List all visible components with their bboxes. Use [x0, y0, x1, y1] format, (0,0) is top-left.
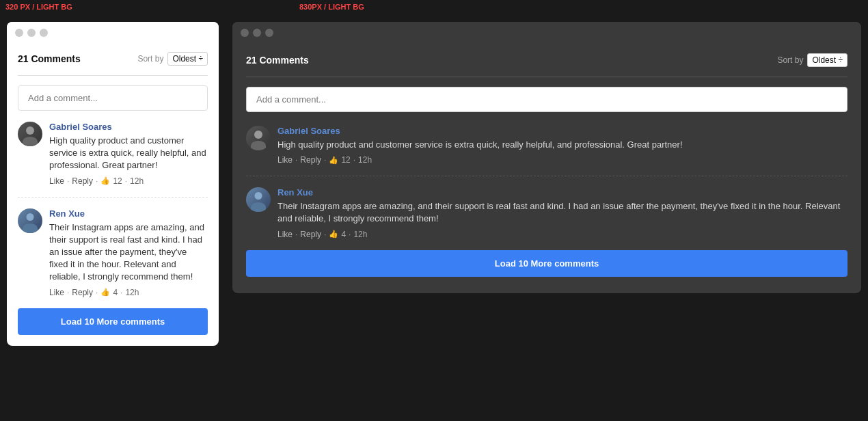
like-icon-gabriel-830: 👍 — [329, 156, 338, 165]
comment-item-gabriel-320: Gabriel Soares High quality product and … — [18, 122, 208, 186]
comment-body-gabriel-830: Gabriel Soares High quality product and … — [277, 126, 847, 165]
comments-section-320: 21 Comments Sort by Oldest ÷ — [7, 44, 219, 346]
avatar-gabriel-830 — [246, 126, 271, 150]
comment-author-gabriel-320[interactable]: Gabriel Soares — [49, 122, 208, 132]
window-320: 21 Comments Sort by Oldest ÷ — [7, 22, 219, 346]
sort-select-830[interactable]: Oldest ÷ — [807, 53, 847, 67]
sort-controls-320: Sort by Oldest ÷ — [137, 52, 208, 66]
chrome-dot-2 — [27, 29, 36, 37]
chrome-dot-830-2 — [253, 29, 261, 37]
comment-separator-830 — [246, 176, 847, 176]
comments-section-830: 21 Comments Sort by Oldest ÷ — [232, 44, 861, 293]
comment-item-ren-830: Ren Xue Their Instagram apps are amazing… — [246, 187, 847, 239]
like-link-ren-830[interactable]: Like — [277, 230, 293, 239]
like-link-ren-320[interactable]: Like — [49, 288, 64, 297]
chrome-dot-3 — [40, 29, 48, 37]
avatar-ren-320 — [18, 208, 42, 233]
comment-actions-ren-320: Like · Reply · 👍 4 · 12h — [49, 288, 208, 297]
like-icon-gabriel-320: 👍 — [100, 176, 110, 185]
sort-label-320: Sort by — [137, 54, 163, 64]
header-divider-320 — [18, 75, 208, 76]
add-comment-input-830[interactable] — [246, 87, 847, 112]
label-830px: 830PX / LIGHT BG — [294, 0, 370, 15]
comment-author-gabriel-830[interactable]: Gabriel Soares — [277, 126, 847, 136]
time-gabriel-830: 12h — [358, 155, 372, 165]
comment-body-gabriel-320: Gabriel Soares High quality product and … — [49, 122, 208, 186]
chrome-dot-1 — [15, 29, 23, 37]
time-ren-830: 12h — [353, 230, 367, 239]
like-icon-ren-320: 👍 — [100, 288, 110, 297]
header-divider-830 — [246, 77, 847, 77]
like-link-gabriel-830[interactable]: Like — [277, 155, 293, 165]
comment-text-gabriel-320: High quality product and customer servic… — [49, 135, 208, 172]
comments-count-830: 21 Comments — [246, 55, 309, 66]
comment-actions-gabriel-320: Like · Reply · 👍 12 · 12h — [49, 176, 208, 186]
comment-text-gabriel-830: High quality product and customer servic… — [277, 139, 847, 151]
avatar-ren-830 — [246, 187, 271, 212]
comment-text-ren-320: Their Instagram apps are amazing, and th… — [49, 221, 208, 284]
like-count-ren-320: 4 — [113, 288, 118, 297]
comment-body-ren-830: Ren Xue Their Instagram apps are amazing… — [277, 187, 847, 239]
time-gabriel-320: 12h — [130, 176, 144, 186]
panel-830: 21 Comments Sort by Oldest ÷ — [226, 15, 868, 353]
sort-select-320[interactable]: Oldest ÷ — [167, 52, 208, 66]
window-830: 21 Comments Sort by Oldest ÷ — [232, 22, 861, 293]
time-ren-320: 12h — [125, 288, 139, 297]
window-chrome-830 — [232, 22, 861, 44]
comment-item-ren-320: Ren Xue Their Instagram apps are amazing… — [18, 208, 208, 297]
comment-author-ren-830[interactable]: Ren Xue — [277, 187, 847, 198]
label-bar: 320 PX / LIGHT BG 830PX / LIGHT BG — [0, 0, 868, 15]
add-comment-input-320[interactable] — [18, 85, 208, 111]
comments-count-320: 21 Comments — [18, 53, 81, 64]
label-320px: 320 PX / LIGHT BG — [0, 0, 226, 15]
load-more-button-320[interactable]: Load 10 More comments — [18, 308, 208, 335]
comment-author-ren-320[interactable]: Ren Xue — [49, 208, 208, 219]
chrome-dot-830-3 — [265, 29, 273, 37]
window-chrome-320 — [7, 22, 219, 44]
like-link-gabriel-320[interactable]: Like — [49, 176, 64, 186]
sort-controls-830: Sort by Oldest ÷ — [777, 53, 847, 67]
comments-header-320: 21 Comments Sort by Oldest ÷ — [18, 52, 208, 66]
load-more-button-830[interactable]: Load 10 More comments — [246, 250, 847, 277]
reply-link-gabriel-830[interactable]: Reply — [300, 155, 321, 165]
comment-separator-320 — [18, 197, 208, 198]
comment-text-ren-830: Their Instagram apps are amazing, and th… — [277, 200, 847, 225]
panel-320: 21 Comments Sort by Oldest ÷ — [0, 15, 226, 353]
like-icon-ren-830: 👍 — [329, 230, 338, 239]
comment-actions-ren-830: Like · Reply · 👍 4 · 12h — [277, 230, 847, 239]
chrome-dot-830-1 — [241, 29, 249, 37]
like-count-gabriel-830: 12 — [341, 155, 350, 165]
like-count-ren-830: 4 — [341, 230, 346, 239]
reply-link-gabriel-320[interactable]: Reply — [72, 176, 93, 186]
reply-link-ren-830[interactable]: Reply — [300, 230, 321, 239]
comment-actions-gabriel-830: Like · Reply · 👍 12 · 12h — [277, 155, 847, 165]
sort-label-830: Sort by — [777, 55, 803, 65]
comments-header-830: 21 Comments Sort by Oldest ÷ — [246, 53, 847, 67]
comment-item-gabriel-830: Gabriel Soares High quality product and … — [246, 126, 847, 165]
like-count-gabriel-320: 12 — [113, 176, 122, 186]
avatar-gabriel-320 — [18, 122, 42, 146]
reply-link-ren-320[interactable]: Reply — [72, 288, 93, 297]
comment-body-ren-320: Ren Xue Their Instagram apps are amazing… — [49, 208, 208, 297]
